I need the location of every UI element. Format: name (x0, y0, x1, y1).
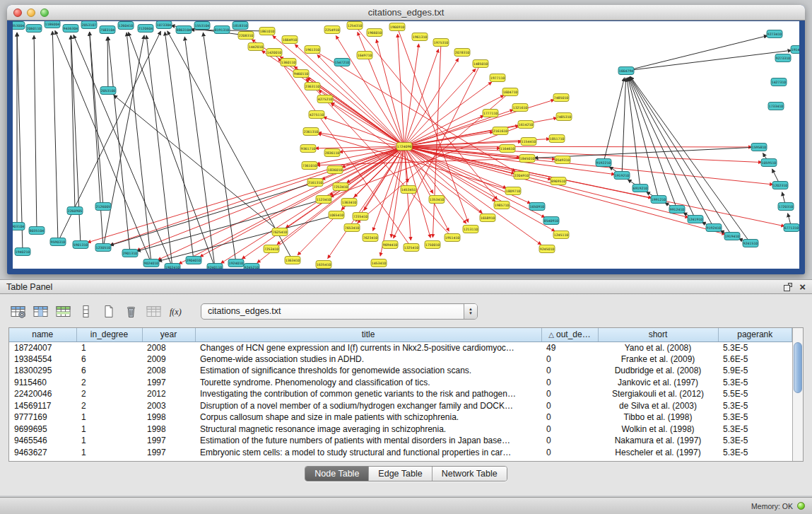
cell-in_degree[interactable]: 2 (76, 377, 142, 389)
graph-node[interactable]: 1750010 (425, 241, 440, 249)
graph-node[interactable]: 1614210 (518, 121, 534, 129)
cell-in_degree[interactable]: 1 (76, 435, 142, 447)
graph-node[interactable]: 7623410 (363, 234, 378, 242)
cell-pagerank[interactable]: 5.3E-5 (718, 411, 792, 424)
cell-name[interactable]: 9777169 (9, 411, 76, 424)
graph-node[interactable]: 2161610 (493, 127, 508, 135)
cell-year[interactable]: 1997 (142, 435, 195, 447)
cell-out_degree[interactable]: 0 (541, 447, 598, 459)
graph-node[interactable]: 9694410 (382, 241, 398, 249)
graph-node[interactable]: 1420010 (266, 49, 282, 57)
graph-node[interactable]: 2254910 (324, 26, 340, 34)
graph-node[interactable]: 6919210 (632, 185, 648, 192)
row-list-icon[interactable] (76, 302, 95, 320)
graph-node[interactable]: 1845010 (519, 155, 535, 163)
cell-pagerank[interactable]: 5.6E-5 (718, 354, 792, 366)
graph-node[interactable]: 1363410 (285, 257, 300, 264)
graph-node[interactable]: 7235410 (353, 213, 368, 221)
graph-edge[interactable] (408, 146, 762, 162)
graph-node[interactable]: 1961310 (305, 46, 320, 54)
graph-node[interactable]: 1073304 (156, 21, 172, 29)
graph-node[interactable]: 1442010 (248, 43, 264, 51)
graph-node[interactable]: 9460110 (293, 70, 309, 78)
graph-node[interactable]: 1213110 (463, 226, 478, 233)
graph-node[interactable]: 1664794 (618, 67, 634, 75)
graph-node[interactable]: 1940210 (15, 248, 30, 256)
graph-node[interactable]: 2363110 (305, 83, 320, 90)
graph-node[interactable]: 2126005 (95, 203, 111, 211)
graph-node[interactable]: 9024010 (143, 259, 159, 267)
table-selector-dropdown[interactable]: citations_edges.txt ▲▼ (201, 303, 478, 320)
graph-edge[interactable] (107, 37, 108, 87)
graph-node[interactable]: 9590310 (50, 238, 66, 246)
window-titlebar[interactable]: citations_edges.txt (7, 5, 805, 21)
cell-title[interactable]: Disruption of a novel member of a sodium… (195, 400, 541, 412)
graph-edge[interactable] (17, 33, 23, 248)
cell-short[interactable]: Yano et al. (2008) (598, 341, 718, 354)
graph-node[interactable]: 1961310 (412, 33, 428, 41)
cell-short[interactable]: Wolkin et al. (1998) (598, 424, 718, 436)
graph-node[interactable]: 8540910 (543, 217, 559, 225)
graph-node[interactable]: 1658910 (480, 214, 495, 222)
column-header-out_degree[interactable]: △out_de… (541, 328, 598, 341)
graph-edge[interactable] (622, 78, 625, 172)
graph-node[interactable]: 1154410 (521, 138, 536, 146)
graph-edge[interactable] (772, 169, 779, 182)
graph-node[interactable]: 1453410 (371, 259, 387, 267)
function-builder-icon[interactable]: f(x) (167, 302, 186, 320)
graph-edge[interactable] (404, 150, 411, 240)
graph-node[interactable]: 8035104 (29, 227, 45, 235)
column-header-short[interactable]: short (598, 328, 718, 341)
graph-node[interactable]: 1635410 (316, 261, 331, 269)
graph-node[interactable]: 1427310 (771, 78, 787, 86)
zoom-window-button[interactable] (40, 8, 49, 17)
graph-edge[interactable] (408, 147, 688, 217)
cell-year[interactable]: 2012 (142, 388, 195, 400)
cell-out_degree[interactable]: 0 (541, 411, 598, 424)
graph-node[interactable]: 1777110 (483, 110, 498, 117)
cell-pagerank[interactable]: 5.3E-5 (718, 341, 792, 354)
graph-node[interactable]: 1851710 (549, 135, 565, 143)
graph-edge[interactable] (129, 32, 214, 264)
cell-short[interactable]: Nakamura et al. (1997) (598, 435, 718, 447)
cell-year[interactable]: 1998 (142, 411, 195, 424)
table-row[interactable]: 946362711997Embryonic stem cells: a mode… (9, 447, 792, 459)
graph-node[interactable]: 4275110 (309, 111, 324, 119)
graph-node[interactable]: 1853004 (13, 22, 25, 30)
cell-pagerank[interactable]: 5.3E-5 (718, 435, 792, 447)
graph-node[interactable]: 1903104 (13, 223, 25, 230)
cell-out_degree[interactable]: 0 (541, 365, 598, 377)
cell-year[interactable]: 2009 (142, 354, 195, 366)
graph-node[interactable]: 1977110 (490, 74, 505, 82)
network-graph[interactable]: 1853004 2060110 1186004 9436304 2053107 … (13, 21, 799, 269)
cell-pagerank[interactable]: 5.3E-5 (718, 377, 792, 389)
cell-out_degree[interactable]: 0 (541, 388, 598, 400)
graph-node[interactable]: 1230510 (95, 244, 111, 252)
graph-edge[interactable] (108, 37, 130, 250)
cell-short[interactable]: Jankovic et al. (1997) (598, 377, 718, 389)
cell-title[interactable]: Estimation of significance thresholds fo… (195, 365, 541, 377)
graph-node[interactable]: 7583104 (100, 26, 115, 34)
cell-name[interactable]: 9465546 (9, 435, 76, 447)
graph-edge[interactable] (73, 35, 171, 264)
graph-node[interactable]: 1363410 (341, 199, 357, 206)
graph-edge[interactable] (782, 192, 785, 204)
column-header-pagerank[interactable]: pagerank (718, 328, 792, 341)
graph-node[interactable]: 9192210 (596, 159, 611, 167)
graph-node[interactable]: 1861010 (259, 28, 275, 35)
cell-in_degree[interactable]: 1 (76, 411, 142, 424)
graph-edge[interactable] (406, 69, 476, 144)
graph-edge[interactable] (137, 200, 321, 251)
graph-node[interactable]: 9245210 (244, 264, 259, 269)
cell-out_degree[interactable]: 0 (541, 377, 598, 389)
graph-node[interactable]: 1649710 (357, 52, 372, 59)
graph-edge[interactable] (146, 35, 172, 264)
graph-node[interactable]: 1919210 (614, 172, 630, 180)
graph-edge[interactable] (398, 34, 404, 143)
graph-node[interactable]: 2120604 (138, 25, 153, 33)
tab-network-table[interactable]: Network Table (433, 467, 507, 481)
cell-short[interactable]: Stergiakouli et al. (2012) (598, 388, 718, 400)
cell-pagerank[interactable]: 5.3E-5 (718, 424, 792, 436)
cell-short[interactable]: Franke et al. (2009) (598, 354, 718, 366)
graph-node[interactable]: 7361010 (302, 162, 317, 170)
